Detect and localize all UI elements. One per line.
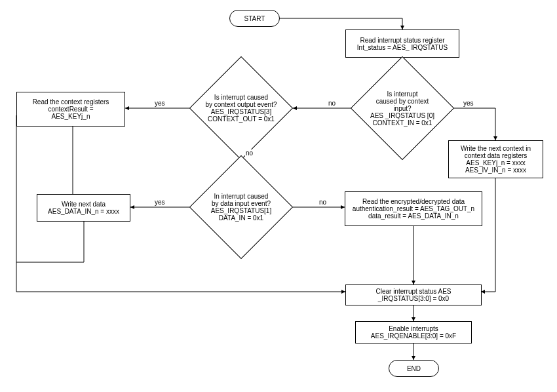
flowchart: START Read interrupt status register Int… <box>0 0 557 392</box>
start-terminator: START <box>229 10 280 27</box>
text: AES _IRQSTATUS [0] <box>370 112 434 119</box>
process-read-context: Read the context registers contextResult… <box>16 92 125 127</box>
text: by data input event? <box>212 200 271 207</box>
start-label: START <box>244 15 265 22</box>
text: Read the encrypted/decrypted data <box>362 198 465 205</box>
text: Int_status = AES_ IRQSTATUS <box>357 44 448 51</box>
text: Is interrupt <box>387 90 417 98</box>
edge-label-no: no <box>318 199 327 206</box>
text: data_result = AES_DATA_IN_n <box>368 212 459 220</box>
process-clear-irq: Clear interrupt status AES _IRQSTATUS[3:… <box>345 284 482 305</box>
edge-label-yes: yes <box>154 199 166 206</box>
process-write-data: Write next data AES_DATA_IN_n = xxxx <box>37 194 130 222</box>
text: AES_IRQSTATUS[3] <box>211 108 271 115</box>
text: context data registers <box>465 152 528 159</box>
text: Is interrupt caused <box>214 94 268 101</box>
process-read-status: Read interrupt status register Int_statu… <box>345 29 459 58</box>
decision-context-output: Is interrupt caused by context output ev… <box>189 56 293 160</box>
text: by context output event? <box>206 101 277 108</box>
text: AES_IRQSTATUS[1] <box>211 207 271 214</box>
edge-label-yes: yes <box>463 100 474 107</box>
text: AES_DATA_IN_n = xxxx <box>48 208 119 215</box>
edge-label-no: no <box>328 100 336 107</box>
text: CONTEXT_OUT = 0x1 <box>208 115 275 123</box>
text: Enable interrupts <box>389 325 438 332</box>
text: authentication_result = AES_TAG_OUT_n <box>353 205 474 212</box>
text: Read the context registers <box>33 98 109 106</box>
edge-label-no: no <box>245 149 254 157</box>
end-label: END <box>407 365 421 372</box>
end-terminator: END <box>389 360 439 377</box>
text: contextResult = <box>48 106 93 113</box>
text: AES_IRQENABLE[3:0] = 0xF <box>371 332 456 340</box>
decision-context-input: Is interrupt caused by context input? AE… <box>351 56 454 160</box>
process-read-data: Read the encrypted/decrypted data authen… <box>345 191 482 226</box>
text: AES_KEYj_n <box>52 113 90 120</box>
text: Write the next context in <box>461 145 531 152</box>
text: Write next data <box>62 201 106 208</box>
text: AES_KEYj_n = xxxx <box>466 159 525 167</box>
edge-label-yes: yes <box>154 100 166 107</box>
decision-data-input: In interrupt caused by data input event?… <box>189 155 293 259</box>
process-enable-irq: Enable interrupts AES_IRQENABLE[3:0] = 0… <box>355 321 472 343</box>
text: AES_IV_IN_n = xxxx <box>465 167 526 174</box>
text: Read interrupt status register <box>360 37 445 44</box>
process-write-context: Write the next context in context data r… <box>448 140 543 178</box>
text: CONTEXT_IN = 0x1 <box>373 119 432 127</box>
text: _IRQSTATUS[3:0] = 0x0 <box>378 295 449 302</box>
text: DATA_IN = 0x1 <box>219 214 263 222</box>
text: caused by context input? <box>366 98 438 112</box>
text: In interrupt caused <box>214 193 269 200</box>
text: Clear interrupt status AES <box>375 288 451 295</box>
